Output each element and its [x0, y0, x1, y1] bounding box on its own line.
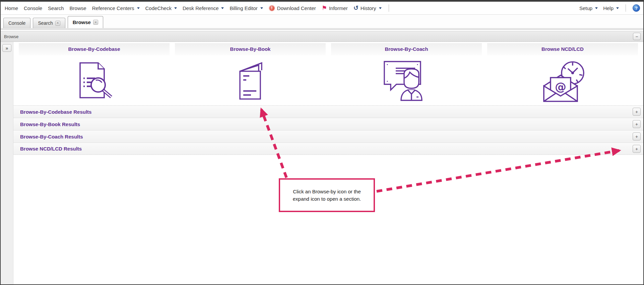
menu-history[interactable]: ↺History: [353, 5, 382, 11]
result-rows: Browse-By-Codebase Results + Browse-By-B…: [13, 105, 643, 155]
svg-text:@: @: [555, 80, 566, 93]
row-browse-by-book-results[interactable]: Browse-By-Book Results +: [13, 118, 643, 130]
menu-codecheck[interactable]: CodeCheck: [145, 5, 177, 11]
row-label[interactable]: Browse-By-Book Results: [20, 121, 80, 127]
column-header-codebase[interactable]: Browse-By-Codebase: [19, 43, 170, 55]
row-browse-by-codebase-results[interactable]: Browse-By-Codebase Results +: [13, 105, 643, 118]
close-icon[interactable]: ✕: [55, 21, 60, 26]
flag-icon: ⚑: [322, 5, 327, 11]
expand-icon[interactable]: +: [633, 120, 641, 128]
annotation-callout: Click an Browse-by icon or the expand ic…: [279, 178, 375, 212]
menu-history-label: History: [361, 5, 376, 11]
browse-panel-header: Browse −: [1, 31, 643, 42]
expand-icon[interactable]: +: [633, 108, 641, 116]
menu-help-label: Help: [603, 5, 614, 11]
column-header-book[interactable]: Browse-By-Book: [175, 43, 326, 55]
menu-setup-label: Setup: [579, 5, 592, 11]
menu-divider: [626, 4, 626, 12]
menu-browse-label: Browse: [70, 5, 86, 11]
menu-divider: [389, 4, 389, 12]
chevron-down-icon: [260, 7, 263, 9]
menu-search[interactable]: Search: [48, 5, 64, 11]
chevron-down-icon: [174, 7, 177, 9]
menu-right-group: Setup Help ?: [579, 4, 640, 12]
browse-main: Browse-By-Codebase Browse-By-Book Browse…: [13, 42, 643, 284]
menu-setup[interactable]: Setup: [579, 5, 598, 11]
tab-browse-label: Browse: [73, 19, 91, 25]
menu-billing-editor-label: Billing Editor: [230, 5, 257, 11]
content-area: » Browse-By-Codebase Browse-By-Book Brow…: [1, 42, 643, 284]
menu-desk-reference[interactable]: Desk Reference: [183, 5, 224, 11]
row-browse-by-coach-results[interactable]: Browse-By-Coach Results +: [13, 130, 643, 142]
menu-desk-reference-label: Desk Reference: [183, 5, 219, 11]
menu-codecheck-label: CodeCheck: [145, 5, 172, 11]
top-menu-bar: Home Console Search Browse Reference Cen…: [1, 2, 643, 15]
tab-search-label: Search: [38, 20, 53, 26]
browse-column-headers: Browse-By-Codebase Browse-By-Book Browse…: [13, 42, 643, 55]
menu-reference-centers[interactable]: Reference Centers: [92, 5, 140, 11]
collapsed-sidebar-rail: »: [1, 42, 13, 284]
menu-download-center[interactable]: !Download Center: [269, 5, 316, 11]
menu-informer-label: Informer: [329, 5, 348, 11]
row-label[interactable]: Browse-By-Coach Results: [20, 134, 83, 139]
panel-title: Browse: [4, 34, 18, 39]
menu-reference-centers-label: Reference Centers: [92, 5, 134, 11]
envelope-clock-icon[interactable]: @: [538, 59, 587, 102]
tab-strip: Console Search ✕ Browse ✕: [1, 15, 643, 28]
expand-icon[interactable]: +: [633, 132, 641, 140]
row-label[interactable]: Browse-By-Codebase Results: [20, 109, 91, 115]
tab-browse[interactable]: Browse ✕: [68, 16, 103, 28]
menu-left-group: Home Console Search Browse Reference Cen…: [5, 4, 390, 12]
chevron-down-icon: [616, 7, 619, 9]
column-header-coach[interactable]: Browse-By-Coach: [331, 43, 482, 55]
menu-download-center-label: Download Center: [277, 5, 316, 11]
row-label[interactable]: Browse NCD/LCD Results: [20, 146, 82, 152]
menu-console-label: Console: [24, 5, 42, 11]
chevron-down-icon: [379, 7, 382, 9]
row-browse-ncd-lcd-results[interactable]: Browse NCD/LCD Results +: [13, 142, 643, 155]
tab-console-label: Console: [8, 20, 25, 26]
collapse-panel-button[interactable]: −: [633, 33, 641, 40]
help-circle-icon[interactable]: ?: [633, 4, 640, 12]
annotation-text: Click an Browse-by icon or the expand ic…: [286, 188, 368, 203]
tab-console[interactable]: Console: [3, 18, 30, 28]
app-window: Home Console Search Browse Reference Cen…: [0, 0, 644, 285]
menu-browse[interactable]: Browse: [70, 5, 86, 11]
menu-help[interactable]: Help: [603, 5, 619, 11]
menu-home-label: Home: [5, 5, 18, 11]
menu-console[interactable]: Console: [24, 5, 42, 11]
expand-sidebar-button[interactable]: »: [2, 44, 11, 52]
menu-informer[interactable]: ⚑Informer: [322, 5, 348, 11]
chevron-down-icon: [221, 7, 224, 9]
booklet-icon[interactable]: [234, 60, 267, 101]
chevron-down-icon: [137, 7, 140, 9]
menu-billing-editor[interactable]: Billing Editor: [230, 5, 263, 11]
browse-icon-row: @: [13, 55, 643, 105]
menu-home[interactable]: Home: [5, 5, 18, 11]
close-icon[interactable]: ✕: [93, 20, 98, 25]
menu-search-label: Search: [48, 5, 64, 11]
column-header-ncd-lcd[interactable]: Browse NCD/LCD: [487, 43, 638, 55]
expand-icon[interactable]: +: [633, 145, 641, 153]
document-magnifier-icon[interactable]: [72, 61, 116, 100]
person-speech-bubble-icon[interactable]: [382, 59, 431, 102]
history-icon: ↺: [353, 5, 359, 11]
tab-search[interactable]: Search ✕: [33, 18, 65, 28]
chevron-down-icon: [595, 7, 598, 9]
alert-circle-icon: !: [269, 5, 275, 11]
